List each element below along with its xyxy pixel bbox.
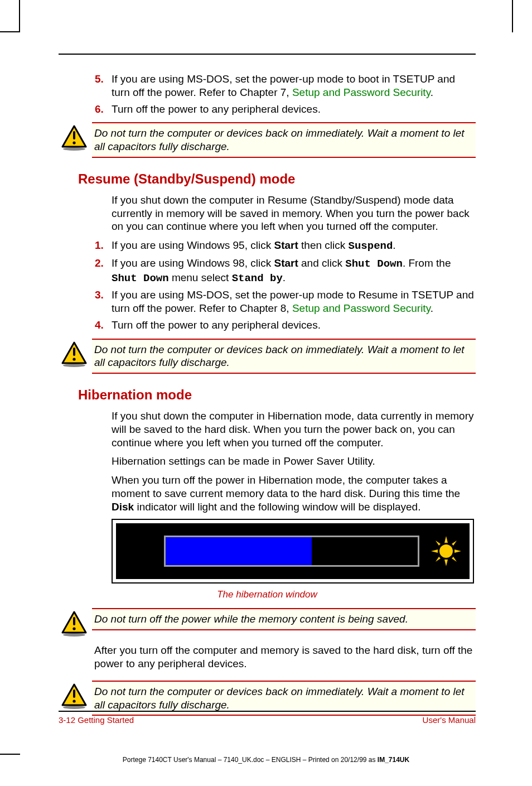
list-text: Turn off the power to any peripheral dev… [112, 319, 321, 331]
link-setup-password[interactable]: Setup and Password Security [292, 302, 431, 314]
list-text: If you are using MS-DOS, set the power-u… [112, 289, 474, 314]
list-number: 3. [95, 288, 104, 302]
caution-text: Do not turn the computer or devices back… [92, 339, 476, 374]
list-number: 4. [95, 319, 104, 332]
warning-icon [59, 122, 92, 153]
heading-resume-mode: Resume (Standby/Suspend) mode [59, 171, 476, 187]
moon-icon [124, 537, 153, 566]
crop-mark [0, 31, 20, 32]
list-number: 5. [95, 73, 104, 86]
crop-mark [512, 0, 513, 32]
svg-marker-15 [436, 557, 441, 562]
figure-background [116, 523, 470, 579]
list-item: 2. If you are using Windows 98, click St… [112, 257, 476, 286]
caution-text: Do not turn the computer or devices back… [92, 122, 476, 158]
caution-box: Do not turn the computer or devices back… [59, 339, 476, 374]
svg-point-17 [63, 633, 85, 636]
paragraph: If you shut down the computer in Resume … [59, 194, 476, 233]
heading-hibernation-mode: Hibernation mode [59, 387, 476, 403]
svg-rect-2 [73, 131, 75, 139]
progress-fill [166, 537, 312, 565]
list-item: 1. If you are using Windows 95, click St… [112, 239, 476, 253]
svg-rect-19 [73, 617, 75, 625]
svg-marker-11 [431, 549, 438, 553]
svg-marker-16 [452, 557, 457, 562]
svg-rect-23 [73, 689, 75, 698]
page: 5. If you are using MS-DOS, set the powe… [0, 0, 532, 786]
svg-marker-12 [454, 549, 461, 553]
svg-point-0 [63, 147, 85, 151]
warning-icon [59, 681, 92, 712]
svg-point-20 [72, 628, 75, 630]
svg-marker-14 [452, 541, 457, 546]
paragraph: Hibernation settings can be made in Powe… [59, 455, 476, 468]
svg-point-3 [72, 142, 75, 144]
list-text: If you are using Windows 98, click Start… [112, 257, 451, 283]
hibernation-window-figure [112, 519, 474, 584]
caution-text: Do not turn off the power while the memo… [92, 608, 476, 630]
footer-left: 3-12 Getting Started [59, 715, 134, 725]
figure-caption: The hibernation window [59, 589, 476, 600]
numbered-list: 1. If you are using Windows 95, click St… [59, 239, 476, 332]
list-number: 6. [95, 103, 104, 116]
svg-point-7 [72, 358, 75, 360]
caution-box: Do not turn off the power while the memo… [59, 608, 476, 639]
paragraph: When you turn off the power in Hibernati… [59, 474, 476, 513]
warning-icon [59, 608, 92, 639]
svg-marker-13 [436, 541, 441, 546]
header-rule [59, 54, 476, 55]
svg-point-4 [63, 364, 85, 367]
crop-mark [19, 0, 20, 32]
svg-marker-10 [444, 560, 448, 566]
print-info-footer: Portege 7140CT User's Manual – 7140_UK.d… [0, 756, 532, 764]
list-text: If you are using Windows 95, click Start… [112, 239, 396, 251]
progress-bar [164, 536, 419, 567]
svg-marker-9 [444, 536, 448, 543]
svg-point-8 [439, 544, 453, 558]
paragraph: If you shut down the computer in Hiberna… [59, 409, 476, 449]
figure-border [112, 519, 474, 584]
list-item: 4. Turn off the power to any peripheral … [112, 319, 476, 332]
list-number: 2. [95, 257, 104, 270]
link-setup-password[interactable]: Setup and Password Security [292, 86, 431, 98]
svg-point-24 [72, 700, 75, 702]
page-footer: 3-12 Getting Started User's Manual [59, 711, 476, 725]
svg-point-21 [63, 706, 85, 709]
list-item: 6. Turn off the power to any peripheral … [112, 103, 476, 116]
svg-rect-6 [73, 348, 75, 356]
crop-mark [0, 754, 20, 755]
paragraph: After you turn off the computer and memo… [92, 639, 476, 674]
list-text: Turn off the power to any peripheral dev… [112, 103, 321, 115]
sun-icon [431, 536, 462, 567]
content-area: 5. If you are using MS-DOS, set the powe… [59, 73, 476, 722]
list-number: 1. [95, 239, 104, 252]
numbered-list-continued: 5. If you are using MS-DOS, set the powe… [59, 73, 476, 115]
warning-icon [59, 339, 92, 370]
footer-right: User's Manual [423, 715, 476, 725]
list-item: 5. If you are using MS-DOS, set the powe… [112, 73, 476, 99]
caution-box: Do not turn the computer or devices back… [59, 122, 476, 158]
followup-text-row: After you turn off the computer and memo… [59, 639, 476, 674]
list-item: 3. If you are using MS-DOS, set the powe… [112, 288, 476, 315]
list-text: If you are using MS-DOS, set the power-u… [112, 73, 455, 98]
